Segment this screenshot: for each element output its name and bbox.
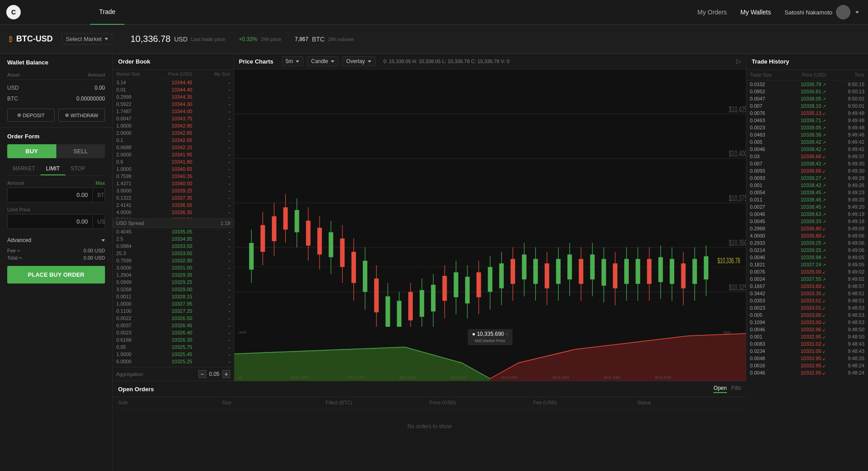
- ask-price: 10344.40: [154, 87, 192, 92]
- wallet-table: Asset Amount USD 0.00 BTC 0.00000000: [7, 70, 105, 104]
- down-arrow-icon: [822, 284, 826, 289]
- stop-tab[interactable]: STOP: [65, 163, 91, 175]
- ob-bid-row[interactable]: 0.098410333.50-: [113, 242, 234, 250]
- ob-ask-row[interactable]: 0.132210337.35-: [113, 194, 234, 201]
- up-arrow-icon: [822, 146, 826, 152]
- wallet-amount-btc: 0.00000000: [77, 96, 105, 102]
- ob-bid-row[interactable]: 0.002210326.50-: [113, 315, 234, 322]
- fills-tab[interactable]: Fills: [731, 385, 741, 393]
- th-row: 0.293310339.25 9:49:06: [746, 239, 868, 247]
- nav-trade[interactable]: Trade: [90, 0, 124, 25]
- th-price: 10335.13: [788, 110, 827, 116]
- ob-ask-row[interactable]: 3.000010339.25-: [113, 187, 234, 194]
- ob-bid-row[interactable]: 0.616810326.30-: [113, 336, 234, 343]
- ask-size: 1.0000: [116, 166, 154, 172]
- ob-ask-row[interactable]: 2.414110336.55-: [113, 201, 234, 209]
- ob-ask-row[interactable]: 1.000010342.90-: [113, 122, 234, 129]
- market-tab[interactable]: MARKET: [7, 163, 41, 175]
- down-arrow-icon: [822, 291, 826, 296]
- ob-ask-row[interactable]: 0.068810342.15-: [113, 144, 234, 151]
- select-market-button[interactable]: Select Market: [62, 33, 112, 45]
- ask-size: 2.0000: [116, 152, 154, 157]
- ob-ask-row[interactable]: 0.110342.65-: [113, 137, 234, 144]
- ask-price: 10344.45: [154, 80, 192, 85]
- ob-bid-row[interactable]: 1.000010327.95-: [113, 300, 234, 307]
- ob-ask-row[interactable]: 1.000010340.65-: [113, 165, 234, 173]
- ask-my-size: -: [192, 87, 230, 92]
- th-time: 9:48:24: [826, 363, 864, 368]
- ob-bid-row[interactable]: 3.026810329.00-: [113, 286, 234, 293]
- agg-increase[interactable]: +: [222, 370, 230, 378]
- chevron-down-icon: [331, 60, 334, 63]
- ob-bid-row[interactable]: 1.290410329.35-: [113, 271, 234, 279]
- ob-ask-row[interactable]: 0.759910340.35-: [113, 173, 234, 180]
- th-price: 10338.27: [788, 175, 827, 181]
- ob-ask-row[interactable]: 4.000010336.35-: [113, 209, 234, 216]
- ob-ask-row[interactable]: 0.299910344.35-: [113, 93, 234, 101]
- svg-rect-38: [374, 279, 379, 312]
- ob-bid-row[interactable]: 0.002110324.50-: [113, 365, 234, 367]
- logo[interactable]: C: [0, 5, 27, 19]
- bid-price: 10329.35: [154, 272, 192, 278]
- th-time: 9:48:50: [826, 334, 864, 339]
- agg-decrease[interactable]: −: [198, 370, 206, 378]
- amount-input[interactable]: [8, 188, 92, 202]
- ask-my-size: -: [192, 123, 230, 128]
- volume-value: 7,867: [295, 36, 308, 42]
- ob-bid-row[interactable]: 0.099910329.25-: [113, 279, 234, 286]
- ask-price: 10344.35: [154, 94, 192, 100]
- nav-my-wallets[interactable]: My Wallets: [740, 9, 771, 16]
- ob-bid-row[interactable]: 25.310333.00-: [113, 250, 234, 257]
- ob-bid-row[interactable]: 0.404510335.05-: [113, 228, 234, 235]
- ob-bid-row[interactable]: 1.000010325.45-: [113, 351, 234, 358]
- up-arrow-icon: [822, 197, 826, 202]
- ob-bid-row[interactable]: 0.0510325.75-: [113, 343, 234, 351]
- ob-bid-row[interactable]: 2.510334.95-: [113, 235, 234, 242]
- ob-ask-row[interactable]: 5.601110336.30-: [113, 216, 234, 218]
- ob-bid-row[interactable]: 0.110010327.25-: [113, 307, 234, 315]
- ob-bid-row[interactable]: 3.000010331.00-: [113, 264, 234, 271]
- user-area[interactable]: Satoshi Nakamoto: [785, 5, 859, 19]
- bid-size: 0.7599: [116, 258, 154, 263]
- bid-price: 10329.00: [154, 287, 192, 292]
- advanced-toggle[interactable]: Advanced: [7, 233, 105, 247]
- th-row: 0.109410333.00 9:48:53: [746, 319, 868, 326]
- th-time: 9:48:51: [826, 298, 864, 303]
- th-row: 0.008310331.02 9:48:43: [746, 340, 868, 348]
- max-link[interactable]: Max: [96, 180, 105, 186]
- candle-dropdown[interactable]: Candle: [307, 56, 338, 66]
- ob-bid-row[interactable]: 0.001110328.15-: [113, 293, 234, 300]
- bid-price: 10334.95: [154, 236, 192, 242]
- th-price: 10338.05: [788, 96, 827, 101]
- buy-tab[interactable]: BUY: [7, 144, 56, 158]
- th-time: 9:49:48: [826, 125, 864, 130]
- ob-ask-row[interactable]: 1.748710344.00-: [113, 108, 234, 115]
- limit-price-input[interactable]: [8, 215, 92, 229]
- place-order-button[interactable]: PLACE BUY ORDER: [7, 266, 105, 284]
- timeframe-dropdown[interactable]: 5m: [282, 56, 304, 66]
- sell-tab[interactable]: SELL: [56, 144, 105, 158]
- ob-bid-row[interactable]: 0.003710326.45-: [113, 322, 234, 329]
- th-row: 4.000010336.80 9:49:06: [746, 232, 868, 239]
- chart-nav-button[interactable]: ▷: [736, 58, 741, 65]
- ob-ask-row[interactable]: 0.592210344.30-: [113, 101, 234, 108]
- ob-ask-row[interactable]: 0.0110344.40-: [113, 86, 234, 93]
- nav-my-orders[interactable]: My Orders: [697, 9, 726, 16]
- ob-bid-row[interactable]: 6.000010325.25-: [113, 358, 234, 365]
- overlay-dropdown[interactable]: Overlay: [342, 56, 375, 66]
- ob-ask-row[interactable]: 2.000010342.85-: [113, 129, 234, 137]
- ob-ask-row[interactable]: 0.004710343.75-: [113, 115, 234, 122]
- ob-ask-row[interactable]: 0.610341.80-: [113, 158, 234, 165]
- ob-ask-row[interactable]: 2.000010341.95-: [113, 151, 234, 158]
- up-arrow-icon: [822, 82, 826, 87]
- ob-bid-row[interactable]: 0.002310326.40-: [113, 329, 234, 336]
- ask-size: 1.0000: [116, 123, 154, 128]
- withdraw-button[interactable]: ⊕ WITHDRAW: [58, 109, 105, 122]
- open-tab[interactable]: Open: [713, 385, 726, 393]
- ob-bid-row[interactable]: 0.759910332.90-: [113, 257, 234, 264]
- deposit-button[interactable]: ⊕ DEPOSIT: [7, 109, 55, 122]
- limit-tab[interactable]: LIMIT: [41, 163, 65, 175]
- ob-ask-row[interactable]: 3.1410344.45-: [113, 79, 234, 86]
- ob-ask-row[interactable]: 1.437110340.00-: [113, 180, 234, 187]
- bid-size: 0.0021: [116, 366, 154, 367]
